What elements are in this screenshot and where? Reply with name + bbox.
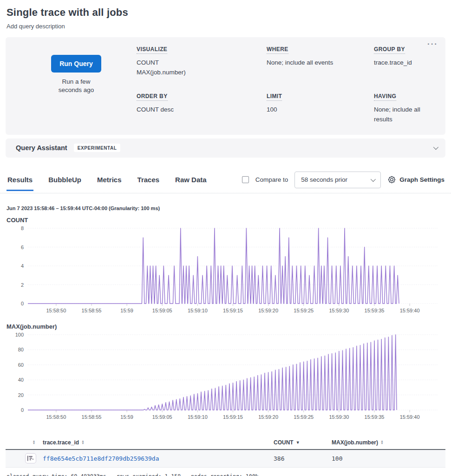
svg-text:15:59:20: 15:59:20 [258,308,278,313]
page-header: Single trace with all jobs Add query des… [0,0,451,30]
view-trace-button[interactable] [25,453,36,463]
query-actions: Run Query Run a few seconds ago [16,45,137,125]
rows-examined-stat: rows examined: 1,158 [117,473,181,476]
sort-desc-icon[interactable]: ▼ [296,440,300,445]
graph-settings-label: Graph Settings [399,176,444,183]
tab-metrics[interactable]: Metrics [96,174,123,191]
visualize-clause[interactable]: VISUALIZE COUNT MAX(job.number) [137,45,267,78]
honeycomb-query-page: Single trace with all jobs Add query des… [0,0,451,476]
query-description-link[interactable]: Add query description [7,23,444,30]
visualize-value-max[interactable]: MAX(job.number) [137,68,267,78]
tab-traces[interactable]: Traces [137,174,161,191]
sort-arrows-icon[interactable]: ▲▼ [81,440,85,444]
svg-text:15:59: 15:59 [120,414,133,420]
compare-interval-value: 58 seconds prior [301,176,347,183]
max-chart-container: 02040608010015:58:5015:58:5515:5915:59:0… [0,330,451,424]
max-chart[interactable]: 02040608010015:58:5015:58:5515:5915:59:0… [4,330,447,424]
query-builder-panel: ··· VISUALIZE COUNT MAX(job.number) WHER… [6,37,445,135]
results-table: ▲▼ trace.trace_id ▲▼ COUNT ▼ MAX(job.num… [6,436,445,468]
trace-id-link[interactable]: ff8e654e5cb711e8df2709db259639da [43,455,159,462]
tab-results[interactable]: Results [7,174,33,191]
svg-text:15:59:35: 15:59:35 [365,308,385,313]
svg-text:15:58:55: 15:58:55 [82,308,102,313]
compare-to-checkbox[interactable] [242,176,249,183]
max-cell: 100 [332,455,342,462]
visualize-value-count[interactable]: COUNT [137,58,267,68]
svg-text:15:59:25: 15:59:25 [294,308,314,313]
order-by-clause[interactable]: ORDER BY COUNT desc [137,92,267,125]
svg-text:15:59:35: 15:59:35 [365,414,385,420]
limit-value[interactable]: 100 [267,105,374,115]
gear-icon [387,175,396,184]
svg-text:15:59:05: 15:59:05 [152,414,172,420]
table-header-row: ▲▼ trace.trace_id ▲▼ COUNT ▼ MAX(job.num… [6,436,445,450]
more-menu-icon[interactable]: ··· [427,40,438,48]
column-max-label[interactable]: MAX(job.number) [332,439,378,446]
sort-arrows-icon[interactable]: ▲▼ [33,440,36,444]
svg-text:15:59:20: 15:59:20 [258,414,278,420]
group-by-label[interactable]: GROUP BY [374,46,405,54]
svg-text:15:58:55: 15:58:55 [82,414,102,420]
query-assistant-bar[interactable]: Query Assistant EXPERIMENTAL [6,139,445,158]
table-row[interactable]: ff8e654e5cb711e8df2709db259639da 386 100 [6,450,445,468]
having-value[interactable]: None; include all results [374,105,435,125]
svg-text:15:58:50: 15:58:50 [46,308,66,313]
svg-text:15:59:10: 15:59:10 [188,308,208,313]
svg-text:15:59:15: 15:59:15 [223,414,243,420]
tab-bubbleup[interactable]: BubbleUp [47,174,82,191]
sort-arrows-icon[interactable]: ▲▼ [380,440,384,444]
limit-label[interactable]: LIMIT [267,93,282,101]
svg-text:15:58:50: 15:58:50 [46,414,66,420]
group-by-value[interactable]: trace.trace_id [374,58,435,68]
svg-text:15:59: 15:59 [120,308,133,313]
query-stats-footer: elapsed query time: 69.483933ms rows exa… [0,468,451,476]
svg-text:15:59:10: 15:59:10 [188,414,208,420]
where-clause[interactable]: WHERE None; include all events [267,45,374,78]
svg-text:15:59:30: 15:59:30 [329,414,349,420]
svg-text:60: 60 [18,362,24,367]
column-trace-id-label[interactable]: trace.trace_id [43,439,79,446]
svg-text:15:59:30: 15:59:30 [329,308,349,313]
where-value[interactable]: None; include all events [267,58,374,68]
svg-text:15:59:15: 15:59:15 [223,308,243,313]
visualize-label[interactable]: VISUALIZE [137,46,167,54]
run-query-button[interactable]: Run Query [51,55,101,73]
max-chart-title: MAX(job.number) [0,323,451,330]
order-by-value[interactable]: COUNT desc [137,105,267,115]
having-label[interactable]: HAVING [374,93,396,101]
run-status-text: Run a few seconds ago [54,78,98,94]
svg-text:40: 40 [18,377,24,383]
query-assistant-title: Query Assistant [16,144,67,152]
graph-settings-button[interactable]: Graph Settings [387,175,444,184]
svg-text:2: 2 [21,282,24,287]
svg-text:100: 100 [15,332,24,337]
svg-text:15:59:40: 15:59:40 [400,414,420,420]
having-clause[interactable]: HAVING None; include all results [374,92,435,125]
order-by-label[interactable]: ORDER BY [137,93,168,101]
chevron-down-icon[interactable] [433,145,438,150]
page-title: Single trace with all jobs [7,7,444,19]
tab-raw-data[interactable]: Raw Data [174,174,208,191]
chevron-down-icon [371,177,376,182]
time-range-text: Jun 7 2023 15:58:46 – 15:59:44 UTC-04:00… [0,205,451,211]
svg-text:6: 6 [21,244,24,250]
elapsed-time-stat: elapsed query time: 69.483933ms [7,473,106,476]
svg-text:15:59:25: 15:59:25 [294,414,314,420]
graph-toolbar: Compare to 58 seconds prior Graph Settin… [242,172,444,193]
trace-waterfall-icon [27,456,34,461]
count-chart-title: COUNT [0,217,451,224]
compare-interval-select[interactable]: 58 seconds prior [294,172,381,188]
tab-list: Results BubbleUp Metrics Traces Raw Data [7,174,208,191]
limit-clause[interactable]: LIMIT 100 [267,92,374,125]
where-label[interactable]: WHERE [267,46,288,54]
results-tabs-row: Results BubbleUp Metrics Traces Raw Data… [0,172,451,193]
svg-text:0: 0 [21,407,24,413]
compare-to-label: Compare to [255,176,288,183]
svg-text:20: 20 [18,392,24,397]
svg-text:15:59:05: 15:59:05 [152,308,172,313]
count-chart[interactable]: 0246815:58:5015:58:5515:5915:59:0515:59:… [4,224,447,317]
group-by-clause[interactable]: GROUP BY trace.trace_id [374,45,435,78]
svg-text:4: 4 [21,263,24,269]
column-count-label[interactable]: COUNT [274,439,294,446]
nodes-reporting-stat: nodes reporting: 100% [191,473,258,476]
